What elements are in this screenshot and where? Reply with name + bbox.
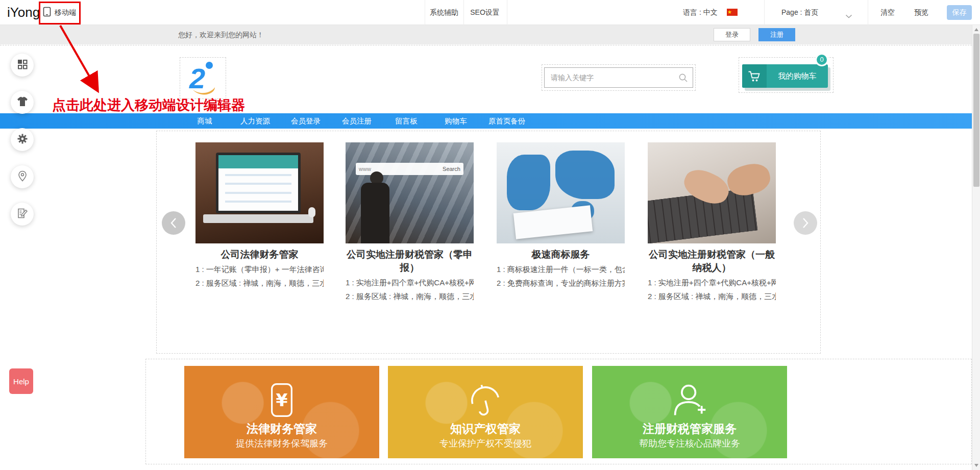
divider <box>764 0 765 25</box>
language-selector[interactable]: 语言 : 中文 <box>683 0 718 25</box>
sidebar-item-edit[interactable] <box>11 203 34 226</box>
product-image <box>195 142 324 243</box>
product-image <box>497 142 625 243</box>
sidebar-item-products[interactable] <box>11 91 34 114</box>
cart-count-badge: 0 <box>815 53 828 66</box>
tablet-icon <box>43 7 51 18</box>
banner-title: 法律财务管家 <box>184 421 379 437</box>
location-pin-icon <box>17 170 28 184</box>
login-button[interactable]: 登录 <box>714 28 750 41</box>
edit-note-icon <box>17 208 28 221</box>
product-image <box>648 142 776 243</box>
clear-button[interactable]: 清空 <box>880 0 895 25</box>
site-logo[interactable]: 2 <box>180 57 226 99</box>
nav-item-message-board[interactable]: 留言板 <box>395 113 418 129</box>
banner-subtitle: 帮助您专注核心品牌业务 <box>592 437 787 450</box>
product-image: wwwSearch <box>346 142 474 243</box>
search-box-region <box>542 64 696 91</box>
china-flag-icon: ★ <box>727 9 738 16</box>
mobile-editor-label: 移动端 <box>55 8 76 17</box>
nav-item-cart[interactable]: 购物车 <box>445 113 467 129</box>
sidebar-item-location[interactable] <box>11 165 34 188</box>
nav-item-member-login[interactable]: 会员登录 <box>291 113 321 129</box>
product-desc-line: 2 : 免费商标查询，专业的商标注册方案... <box>497 277 625 289</box>
carousel-next-button[interactable] <box>794 211 817 235</box>
product-card[interactable]: wwwSearch 公司实地注册财税管家（零申报） 1 : 实地注册+四个章+代… <box>346 142 474 302</box>
product-desc-line: 1 : 实地注册+四个章+代购CA+核税+网... <box>648 277 776 288</box>
divider <box>425 0 425 25</box>
banner-ip-protection[interactable]: 知识产权管家 专业保护产权不受侵犯 <box>388 366 583 458</box>
product-card[interactable]: 极速商标服务 1 : 商标极速注册一件（一标一类，包含... 2 : 免费商标查… <box>497 142 625 289</box>
cart-button[interactable]: 我的购物车 <box>742 64 828 88</box>
scrollbar-thumb[interactable] <box>973 34 979 187</box>
product-title: 公司实地注册财税管家（一般纳税人） <box>648 248 776 275</box>
editor-topbar: iYong 移动端 系统辅助 SEO设置 语言 : 中文 ★ Page : 首页… <box>0 0 980 25</box>
nav-item-member-register[interactable]: 会员注册 <box>342 113 372 129</box>
settings-gear-icon <box>17 133 28 146</box>
menu-system-assist[interactable]: 系统辅助 <box>430 0 458 25</box>
product-title: 极速商标服务 <box>497 248 625 261</box>
cart-region: 我的购物车 0 <box>739 57 834 93</box>
divider <box>868 0 868 25</box>
brand-logo: iYong <box>7 0 40 25</box>
clothing-icon <box>17 96 28 109</box>
banner-title: 注册财税管家服务 <box>592 421 787 437</box>
product-desc-line: 1 : 一年记账（零申报）+ 一年法律咨询... <box>195 263 324 275</box>
scroll-up-arrow[interactable] <box>974 28 978 31</box>
page-selector[interactable]: Page : 首页 <box>781 0 818 25</box>
scroll-down-arrow[interactable] <box>974 464 978 467</box>
cart-label: 我的购物车 <box>767 71 828 81</box>
svg-text:¥: ¥ <box>276 390 287 410</box>
main-nav: 商城 人力资源 会员登录 会员注册 留言板 购物车 原首页备份 <box>0 113 980 129</box>
product-card[interactable]: 公司法律财务管家 1 : 一年记账（零申报）+ 一年法律咨询... 2 : 服务… <box>195 142 324 289</box>
divider <box>463 0 464 25</box>
product-desc-line: 2 : 服务区域 : 禅城，南海，顺德，三水... <box>195 277 324 289</box>
preview-button[interactable]: 预览 <box>914 0 928 25</box>
chevron-right-icon <box>802 217 809 229</box>
product-title: 公司法律财务管家 <box>195 248 324 261</box>
chevron-left-icon <box>170 217 177 229</box>
annotation-text: 点击此处进入移动端设计编辑器 <box>52 96 245 114</box>
cart-icon <box>742 64 767 88</box>
welcome-bar: 您好，欢迎来到您的网站！ 登录 注册 <box>0 25 980 44</box>
product-title: 公司实地注册财税管家（零申报） <box>346 248 474 275</box>
nav-item-hr[interactable]: 人力资源 <box>240 113 270 129</box>
carousel-prev-button[interactable] <box>162 211 185 235</box>
product-desc-line: 1 : 商标极速注册一件（一标一类，包含... <box>497 263 625 275</box>
menu-seo-settings[interactable]: SEO设置 <box>470 0 500 25</box>
banner-title: 知识产权管家 <box>388 421 583 437</box>
save-button[interactable]: 保存 <box>947 5 972 20</box>
divider <box>507 0 507 25</box>
mobile-editor-button[interactable]: 移动端 <box>43 0 76 25</box>
help-button[interactable]: Help <box>9 368 33 394</box>
modules-grid-icon <box>17 59 28 72</box>
umbrella-icon <box>466 382 505 421</box>
welcome-text: 您好，欢迎来到您的网站！ <box>178 25 264 44</box>
logo-figure-icon: 2 <box>185 60 221 96</box>
vertical-scrollbar <box>972 25 980 470</box>
nav-item-mall[interactable]: 商城 <box>198 113 212 129</box>
product-desc-line: 2 : 服务区域 : 禅城，南海，顺德，三水... <box>346 290 474 302</box>
sidebar-item-modules[interactable] <box>11 54 34 77</box>
nav-item-home-backup[interactable]: 原首页备份 <box>488 113 526 129</box>
banner-subtitle: 专业保护产权不受侵犯 <box>388 437 583 450</box>
product-card[interactable]: 公司实地注册财税管家（一般纳税人） 1 : 实地注册+四个章+代购CA+核税+网… <box>648 142 776 302</box>
banner-legal-finance[interactable]: ¥ 法律财务管家 提供法律财务保驾服务 <box>184 366 379 458</box>
invoice-yuan-icon: ¥ <box>268 382 296 420</box>
chevron-down-icon[interactable] <box>845 11 852 20</box>
product-desc-line: 1 : 实地注册+四个章+代购CA+核税+网... <box>346 277 474 288</box>
product-desc-line: 2 : 服务区域 : 禅城，南海，顺德，三水... <box>648 290 776 302</box>
banner-tax-registration[interactable]: 注册财税管家服务 帮助您专注核心品牌业务 <box>592 366 787 458</box>
section-divider <box>0 45 972 45</box>
sidebar-item-settings[interactable] <box>11 128 34 151</box>
search-icon[interactable] <box>678 73 688 85</box>
person-add-icon <box>669 382 710 421</box>
register-button[interactable]: 注册 <box>758 28 795 41</box>
banner-subtitle: 提供法律财务保驾服务 <box>184 437 379 450</box>
svg-text:2: 2 <box>189 62 205 94</box>
editor-window: iYong 移动端 系统辅助 SEO设置 语言 : 中文 ★ Page : 首页… <box>0 0 980 470</box>
search-input[interactable] <box>544 67 693 88</box>
